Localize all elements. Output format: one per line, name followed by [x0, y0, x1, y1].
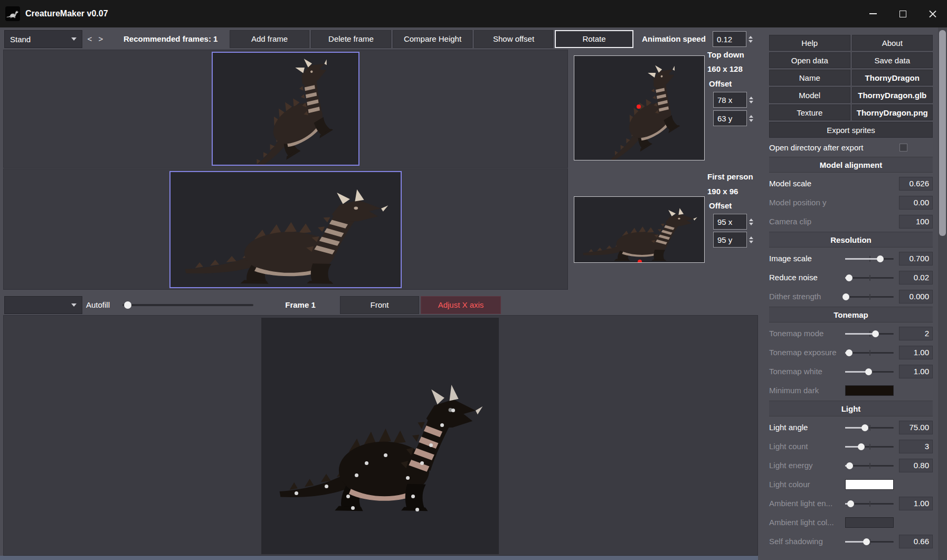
slider-handle[interactable]	[124, 301, 131, 309]
joint-marker[interactable]	[384, 453, 387, 457]
self-shadowing-value[interactable]: 0.66	[899, 535, 933, 548]
offset-marker-dot	[638, 260, 642, 263]
light-energy-row: Light energy 0.80	[769, 457, 933, 474]
light-energy-slider[interactable]	[845, 460, 894, 471]
joint-marker[interactable]	[346, 495, 350, 498]
first-person-offset-x-spinner[interactable]: 95 x	[713, 214, 755, 230]
joint-marker[interactable]	[440, 423, 444, 427]
save-data-button[interactable]: Save data	[852, 52, 933, 68]
scrollbar-thumb[interactable]	[939, 30, 946, 236]
joint-marker[interactable]	[351, 506, 355, 510]
spinner-arrows-icon[interactable]	[747, 110, 755, 126]
tonemap-exposure-value[interactable]: 1.00	[899, 346, 933, 359]
about-button[interactable]: About	[852, 35, 933, 51]
animation-speed-spinner[interactable]: 0.12	[713, 31, 755, 47]
help-button[interactable]: Help	[769, 35, 850, 51]
model-value[interactable]: ThornyDragon.glb	[852, 87, 933, 103]
ambient-light-energy-value[interactable]: 1.00	[899, 497, 933, 510]
joint-marker[interactable]	[355, 473, 358, 477]
first-person-offset-y-spinner[interactable]: 95 y	[713, 232, 755, 248]
add-frame-button[interactable]: Add frame	[230, 30, 309, 48]
dither-strength-slider[interactable]	[845, 291, 894, 302]
joint-marker[interactable]	[295, 491, 298, 495]
tonemap-mode-slider[interactable]	[845, 328, 894, 339]
light-angle-label: Light angle	[769, 423, 808, 432]
first-person-title: First person	[707, 172, 753, 181]
ambient-light-energy-slider[interactable]	[845, 498, 894, 509]
compare-height-button[interactable]: Compare Height	[393, 30, 472, 48]
reduce-noise-value[interactable]: 0.02	[899, 271, 933, 284]
joint-marker[interactable]	[365, 461, 368, 465]
open-data-button[interactable]: Open data	[769, 52, 850, 68]
model-render-view[interactable]	[261, 318, 499, 554]
export-sprites-button[interactable]: Export sprites	[769, 122, 933, 138]
model-label-button[interactable]: Model	[769, 87, 850, 103]
top-down-frame-1[interactable]	[212, 52, 359, 166]
name-value[interactable]: ThornyDragon	[852, 70, 933, 86]
vertical-scrollbar[interactable]	[938, 27, 947, 560]
dither-strength-value[interactable]: 0.000	[899, 290, 933, 303]
name-label-button[interactable]: Name	[769, 70, 850, 86]
next-animation-button[interactable]: >	[96, 30, 106, 48]
maximize-button[interactable]	[888, 0, 917, 27]
camera-clip-value[interactable]: 100	[899, 215, 933, 229]
joint-marker[interactable]	[420, 461, 424, 465]
top-down-offset-y-spinner[interactable]: 63 y	[713, 110, 755, 126]
light-colour-swatch[interactable]	[845, 479, 894, 490]
joint-marker[interactable]	[406, 476, 410, 480]
spinner-arrows-icon[interactable]	[746, 31, 755, 47]
joint-marker[interactable]	[411, 495, 415, 498]
joint-marker[interactable]	[415, 508, 419, 511]
texture-label-button[interactable]: Texture	[769, 105, 850, 120]
ambient-light-colour-swatch[interactable]	[845, 517, 894, 528]
horizontal-scrollbar[interactable]	[0, 556, 758, 560]
reduce-noise-slider[interactable]	[845, 272, 894, 283]
first-person-offset-preview[interactable]	[574, 196, 705, 263]
rotate-button[interactable]: Rotate	[555, 30, 633, 48]
animation-speed-label: Animation speed	[642, 30, 706, 48]
model-position-y-value[interactable]: 0.00	[899, 196, 933, 210]
texture-value[interactable]: ThornyDragon.png	[852, 105, 933, 120]
image-scale-slider[interactable]	[845, 253, 894, 264]
ambient-light-colour-label: Ambient light col...	[769, 518, 834, 527]
minimize-button[interactable]	[858, 0, 888, 27]
delete-frame-button[interactable]: Delete frame	[311, 30, 391, 48]
self-shadowing-slider[interactable]	[845, 536, 894, 547]
tonemap-white-value[interactable]: 1.00	[899, 365, 933, 378]
top-down-offset-preview[interactable]	[574, 55, 705, 160]
model-scale-value[interactable]: 0.626	[899, 177, 933, 191]
front-button[interactable]: Front	[340, 296, 419, 314]
tonemap-exposure-slider[interactable]	[845, 347, 894, 358]
tonemap-white-slider[interactable]	[845, 366, 894, 377]
close-button[interactable]	[917, 0, 947, 27]
joint-marker[interactable]	[451, 409, 455, 412]
light-colour-label: Light colour	[769, 480, 810, 489]
light-angle-slider[interactable]	[845, 422, 894, 433]
joint-marker[interactable]	[429, 443, 433, 447]
spinner-arrows-icon[interactable]	[747, 214, 755, 230]
minimum-dark-label: Minimum dark	[769, 386, 819, 395]
top-down-offset-x-spinner[interactable]: 78 x	[713, 92, 755, 108]
tonemap-mode-value[interactable]: 2	[899, 327, 933, 340]
light-colour-row: Light colour	[769, 476, 933, 493]
dragon-render	[274, 363, 486, 514]
frame-select[interactable]	[4, 296, 82, 314]
spinner-arrows-icon[interactable]	[747, 232, 755, 248]
animation-select[interactable]: Stand	[4, 30, 82, 48]
image-scale-value[interactable]: 0.700	[899, 252, 933, 265]
first-person-frame-1[interactable]	[169, 171, 402, 288]
light-angle-value[interactable]: 75.00	[899, 421, 933, 434]
adjust-x-axis-button[interactable]: Adjust X axis	[421, 296, 501, 314]
dither-strength-label: Dither strength	[769, 292, 821, 301]
spinner-arrows-icon[interactable]	[747, 92, 755, 108]
light-energy-value[interactable]: 0.80	[899, 459, 933, 472]
autofill-slider[interactable]	[122, 296, 253, 314]
light-count-value[interactable]: 3	[899, 440, 933, 453]
open-directory-checkbox[interactable]	[899, 144, 907, 151]
show-offset-button[interactable]: Show offset	[474, 30, 553, 48]
minimum-dark-swatch[interactable]	[845, 385, 894, 396]
joint-marker[interactable]	[325, 485, 328, 488]
tonemap-white-label: Tonemap white	[769, 367, 822, 376]
prev-animation-button[interactable]: <	[84, 30, 95, 48]
light-count-slider[interactable]	[845, 441, 894, 452]
